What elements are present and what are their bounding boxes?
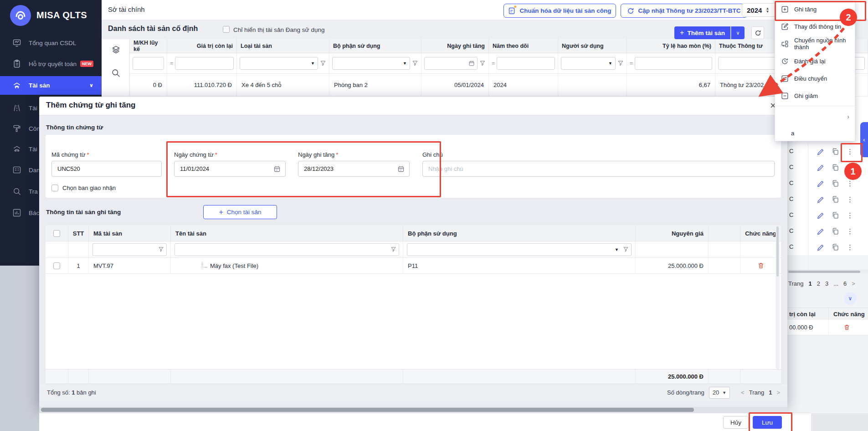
- copy-icon[interactable]: [832, 211, 839, 219]
- rows-per-page-select[interactable]: 20▼: [709, 387, 730, 399]
- collapse-panel-button[interactable]: ∨: [844, 292, 857, 305]
- filter-select[interactable]: ▼: [407, 243, 632, 256]
- select-all-checkbox[interactable]: [53, 230, 60, 237]
- filter-select[interactable]: ▼: [240, 57, 318, 70]
- col-header[interactable]: Người sử dụng: [558, 39, 627, 53]
- funnel-icon[interactable]: [320, 60, 326, 67]
- side-panel-tab[interactable]: ‹: [860, 122, 868, 157]
- funnel-icon[interactable]: [158, 246, 164, 252]
- menu-item-submenu[interactable]: ›: [775, 108, 855, 125]
- trash-icon[interactable]: [843, 324, 850, 331]
- funnel-icon[interactable]: [617, 60, 624, 67]
- page-number[interactable]: 6: [843, 280, 847, 287]
- sidebar-item-tong-quan[interactable]: Tổng quan CSDL: [0, 34, 102, 52]
- row-checkbox[interactable]: [53, 262, 60, 269]
- columns-layers-icon[interactable]: [111, 45, 121, 54]
- asset-row[interactable]: 0 Đ 111.010.720 Đ Xe 4 đến 5 chỗ Phòng b…: [130, 74, 868, 97]
- calendar-icon[interactable]: [397, 165, 405, 173]
- more-dots-icon[interactable]: ⋮: [847, 243, 853, 251]
- edit-pencil-icon[interactable]: [817, 243, 825, 251]
- funnel-icon[interactable]: [412, 60, 418, 67]
- grid-search-icon[interactable]: [111, 68, 121, 78]
- year-spinner-icon[interactable]: ▲▼: [765, 7, 769, 13]
- copy-icon[interactable]: [832, 243, 839, 251]
- page-number[interactable]: 1: [808, 280, 812, 287]
- increase-date-input[interactable]: [298, 161, 410, 177]
- funnel-icon[interactable]: [623, 246, 629, 252]
- filter-select[interactable]: ▼: [561, 57, 616, 70]
- col-header[interactable]: Loại tài sản: [237, 39, 329, 53]
- voucher-code-input[interactable]: [51, 161, 162, 177]
- col-header[interactable]: Giá trị còn lại: [167, 39, 237, 53]
- filter-input[interactable]: [133, 57, 164, 70]
- menu-item-ghi-giam[interactable]: Ghi giảm: [775, 87, 855, 104]
- delete-row-trash-icon[interactable]: [757, 262, 765, 269]
- reload-list-button[interactable]: [751, 26, 764, 39]
- col-header[interactable]: M/KH lũy kế: [130, 39, 167, 53]
- bg-hscrollbar[interactable]: [787, 270, 868, 273]
- update-circular-button[interactable]: Cập nhật Thông tư 23/2023/TT-BTC: [621, 4, 747, 18]
- select-asset-button[interactable]: + Chọn tài sản: [203, 205, 277, 219]
- next-page-icon[interactable]: >: [852, 280, 855, 287]
- menu-item-danh-gia-lai[interactable]: Đánh giá lại: [775, 52, 855, 70]
- note-input[interactable]: [422, 161, 775, 177]
- filter-input[interactable]: [175, 57, 234, 70]
- menu-item-chuyen-nguon[interactable]: Chuyển nguồn hình thành: [775, 35, 855, 52]
- filter-input[interactable]: [175, 243, 399, 256]
- voucher-date-input[interactable]: [174, 161, 286, 177]
- edit-pencil-icon[interactable]: [817, 180, 825, 187]
- add-asset-dropdown-button[interactable]: ∨: [731, 26, 745, 39]
- col-header[interactable]: Tỷ lệ hao mòn (%): [627, 39, 715, 53]
- edit-pencil-icon[interactable]: [817, 148, 825, 155]
- year-selector[interactable]: 2024 ▲▼: [742, 3, 777, 17]
- edit-pencil-icon[interactable]: [817, 227, 825, 235]
- modal-vscrollbar[interactable]: [776, 226, 780, 369]
- edit-pencil-icon[interactable]: [817, 164, 825, 171]
- more-dots-icon[interactable]: ⋮: [847, 227, 853, 235]
- bar-chart-icon: [12, 208, 21, 217]
- more-dots-icon[interactable]: ⋮: [847, 195, 853, 203]
- filter-input[interactable]: [497, 57, 555, 70]
- modal-hscrollbar[interactable]: [39, 407, 787, 413]
- more-dots-icon[interactable]: ⋮: [847, 148, 853, 155]
- page-number[interactable]: 3: [825, 280, 828, 287]
- save-button[interactable]: Lưu: [753, 416, 782, 429]
- filter-date-input[interactable]: [424, 57, 478, 70]
- col-header[interactable]: Bộ phận sử dụng: [329, 39, 421, 53]
- menu-item-partial[interactable]: a: [775, 124, 855, 142]
- cancel-button[interactable]: Hủy: [723, 416, 749, 429]
- increase-date-value[interactable]: [303, 165, 397, 173]
- sidebar-item-tai-san[interactable]: Tài sản ∨: [0, 76, 102, 95]
- filter-input[interactable]: [635, 57, 712, 70]
- normalize-data-button[interactable]: ★ Chuẩn hóa dữ liệu tài sản công: [503, 4, 616, 18]
- col-header[interactable]: Ngày ghi tăng: [421, 39, 489, 53]
- copy-icon[interactable]: [832, 227, 839, 235]
- edit-pencil-icon[interactable]: [817, 211, 825, 219]
- funnel-icon[interactable]: [390, 246, 396, 252]
- more-dots-icon[interactable]: ⋮: [847, 180, 853, 187]
- filter-input[interactable]: [92, 243, 167, 256]
- col-header[interactable]: Năm theo dõi: [489, 39, 558, 53]
- copy-icon[interactable]: [832, 164, 839, 171]
- copy-icon[interactable]: [832, 195, 839, 203]
- next-page-icon[interactable]: >: [776, 389, 780, 396]
- sidebar-item-ho-tro[interactable]: Hỗ trợ quyết toán NEW: [0, 55, 102, 73]
- handover-committee-checkbox[interactable]: [51, 185, 58, 191]
- hscroll-thumb[interactable]: [41, 408, 694, 412]
- filter-select[interactable]: ▼: [332, 57, 410, 70]
- voucher-code-value[interactable]: [56, 165, 157, 173]
- copy-icon[interactable]: [832, 180, 839, 187]
- copy-icon[interactable]: [832, 148, 839, 155]
- prev-page-icon[interactable]: <: [741, 389, 745, 396]
- page-number[interactable]: 2: [817, 280, 820, 287]
- edit-pencil-icon[interactable]: [817, 195, 825, 203]
- calendar-icon[interactable]: [273, 165, 281, 173]
- in-use-filter-checkbox[interactable]: [223, 26, 230, 33]
- add-asset-button[interactable]: + Thêm tài sản: [674, 26, 730, 39]
- note-value[interactable]: [427, 165, 770, 173]
- menu-item-dieu-chuyen[interactable]: Điều chuyển: [775, 70, 855, 87]
- more-dots-icon[interactable]: ⋮: [847, 211, 853, 219]
- funnel-icon[interactable]: [479, 60, 486, 67]
- modal-asset-row[interactable]: 1 MVT.97 Máy fax (Test File) P11 25.000.…: [46, 258, 781, 274]
- voucher-date-value[interactable]: [179, 165, 273, 173]
